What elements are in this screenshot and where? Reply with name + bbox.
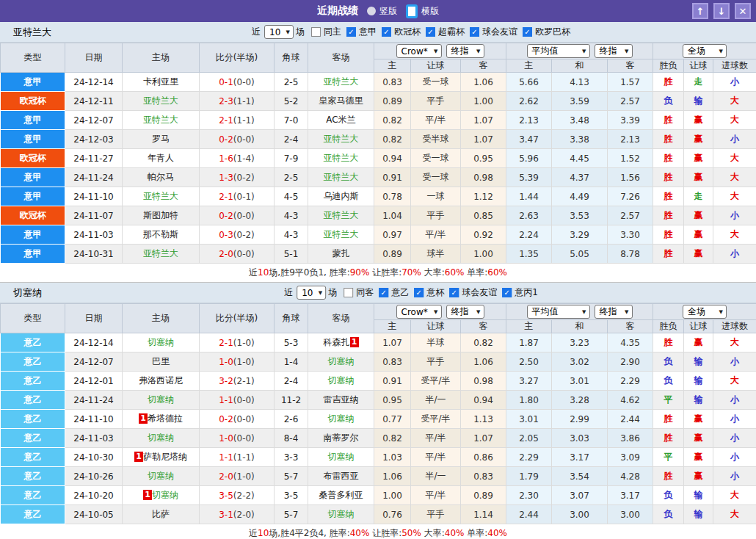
result-handicap: 赢 [684, 225, 713, 245]
avg-time-select[interactable]: 终指▼ [595, 305, 633, 319]
away-team[interactable]: 亚特兰大 [308, 206, 374, 225]
home-team[interactable]: 弗洛西诺尼 [123, 372, 200, 391]
corners: 5-7 [275, 467, 308, 486]
league-filter-checkbox[interactable]: ✓ [523, 27, 532, 37]
result-wdl: 负 [653, 486, 684, 505]
match-scope-select[interactable]: 全场▼ [683, 305, 727, 319]
sub-column-header: 和 [552, 320, 608, 333]
sub-column-header: 客 [608, 320, 653, 333]
radio-icon[interactable] [406, 4, 418, 18]
away-team[interactable]: 亚特兰大 [308, 168, 374, 187]
home-team[interactable]: 比萨 [123, 505, 200, 524]
away-team[interactable]: 科森扎1 [308, 333, 374, 352]
column-header: 客场 [308, 304, 374, 333]
match-row: 意乙 24-11-24 切塞纳 1-1(0-0) 11-2 雷吉亚纳 0.95 … [1, 391, 756, 410]
summary-segment: 单率: [464, 267, 487, 278]
match-date: 24-12-14 [65, 73, 123, 92]
odds-handicap: 平/半 [411, 225, 461, 245]
games-count-select[interactable]: 10▼ [264, 25, 294, 39]
home-team[interactable]: 切塞纳 [123, 429, 200, 448]
result-wdl: 胜 [653, 245, 684, 264]
home-team[interactable]: 切塞纳 [123, 333, 200, 352]
home-team[interactable]: 亚特兰大 [123, 92, 200, 111]
avg-type-select[interactable]: 平均值▼ [527, 305, 590, 319]
games-count-select[interactable]: 10▼ [297, 286, 326, 300]
league-filter-checkbox[interactable]: ✓ [414, 288, 424, 297]
scroll-up-button[interactable]: ↑ [692, 3, 708, 19]
away-team[interactable]: 布雷西亚 [308, 467, 374, 486]
odds-time-select[interactable]: 终指▼ [446, 305, 484, 319]
away-team[interactable]: 切塞纳 [308, 410, 374, 429]
home-team[interactable]: 巴里 [123, 352, 200, 372]
away-team[interactable]: 切塞纳 [308, 505, 374, 524]
league-filter-checkbox[interactable]: ✓ [379, 288, 388, 297]
home-team[interactable]: 年青人 [123, 149, 200, 168]
near-label: 近 [252, 26, 261, 38]
home-team[interactable]: 卡利亚里 [123, 73, 200, 92]
result-wdl: 胜 [653, 206, 684, 225]
away-team[interactable]: 亚特兰大 [308, 149, 374, 168]
away-team[interactable]: 皇家马德里 [308, 92, 374, 111]
home-team[interactable]: 罗马 [123, 130, 200, 149]
score: 3-2(2-1) [200, 372, 275, 391]
avg-type-select[interactable]: 平均值▼ [527, 44, 590, 58]
avg-time-select[interactable]: 终指▼ [595, 44, 633, 58]
layout-radio-horizontal[interactable]: 横版 [406, 4, 439, 18]
score: 1-6(1-4) [200, 149, 275, 168]
away-team[interactable]: 桑普多利亚 [308, 486, 374, 505]
home-team[interactable]: 亚特兰大 [123, 187, 200, 206]
scroll-down-button[interactable]: ↓ [713, 3, 730, 19]
result-handicap: 赢 [684, 149, 713, 168]
odds-company-select[interactable]: Crow*▼ [396, 305, 442, 319]
away-team[interactable]: AC米兰 [308, 111, 374, 130]
league-filter-checkbox[interactable]: ✓ [426, 27, 435, 37]
match-date: 24-11-03 [65, 225, 123, 245]
league-filter-checkbox[interactable]: ✓ [502, 288, 512, 297]
away-team[interactable]: 亚特兰大 [308, 225, 374, 245]
league-filter-checkbox[interactable]: ✓ [382, 27, 391, 37]
result-goals: 大 [713, 187, 756, 206]
odds-home: 1.03 [374, 448, 411, 467]
same-venue-checkbox[interactable] [344, 288, 353, 297]
close-button[interactable]: ✕ [735, 3, 751, 19]
match-scope-select[interactable]: 全场▼ [683, 44, 727, 58]
home-team[interactable]: 1萨勒尼塔纳 [123, 448, 200, 467]
result-handicap: 输 [684, 352, 713, 372]
league-filter-checkbox[interactable]: ✓ [346, 27, 356, 37]
odds-company-select[interactable]: Crow*▼ [396, 44, 442, 58]
home-team[interactable]: 切塞纳 [123, 391, 200, 410]
away-team[interactable]: 蒙扎 [308, 245, 374, 264]
odds-time-select[interactable]: 终指▼ [446, 44, 484, 58]
league-filter-checkbox[interactable]: ✓ [449, 288, 459, 297]
home-team[interactable]: 那不勒斯 [123, 225, 200, 245]
odds-home: 0.82 [374, 130, 411, 149]
result-handicap: 赢 [684, 206, 713, 225]
away-team[interactable]: 亚特兰大 [308, 130, 374, 149]
away-team[interactable]: 切塞纳 [308, 372, 374, 391]
home-team[interactable]: 亚特兰大 [123, 245, 200, 264]
chevron-down-icon: ▼ [476, 48, 480, 54]
away-team[interactable]: 切塞纳 [308, 352, 374, 372]
league-filter-checkbox[interactable]: ✓ [470, 27, 479, 37]
league-badge: 意乙 [1, 486, 65, 505]
home-team[interactable]: 切塞纳 [123, 467, 200, 486]
avg-away: 2.44 [608, 410, 653, 429]
home-team[interactable]: 帕尔马 [123, 168, 200, 187]
away-team[interactable]: 乌迪内斯 [308, 187, 374, 206]
score: 2-3(1-1) [200, 92, 275, 111]
away-team[interactable]: 切塞纳 [308, 448, 374, 467]
home-team[interactable]: 斯图加特 [123, 206, 200, 225]
avg-away: 3.09 [608, 448, 653, 467]
same-venue-checkbox[interactable] [311, 27, 321, 37]
away-team[interactable]: 南蒂罗尔 [308, 429, 374, 448]
match-row: 意甲 24-12-03 罗马 0-2(0-0) 2-4 亚特兰大 0.82 受半… [1, 130, 756, 149]
sub-column-header: 主 [506, 59, 552, 73]
away-team[interactable]: 雷吉亚纳 [308, 391, 374, 410]
odds-away: 1.06 [461, 73, 506, 92]
home-team[interactable]: 1切塞纳 [123, 486, 200, 505]
radio-icon[interactable] [367, 7, 376, 15]
away-team[interactable]: 亚特兰大 [308, 73, 374, 92]
home-team[interactable]: 1希塔德拉 [123, 410, 200, 429]
layout-radio-vertical[interactable]: 竖版 [367, 5, 397, 18]
home-team[interactable]: 亚特兰大 [123, 111, 200, 130]
